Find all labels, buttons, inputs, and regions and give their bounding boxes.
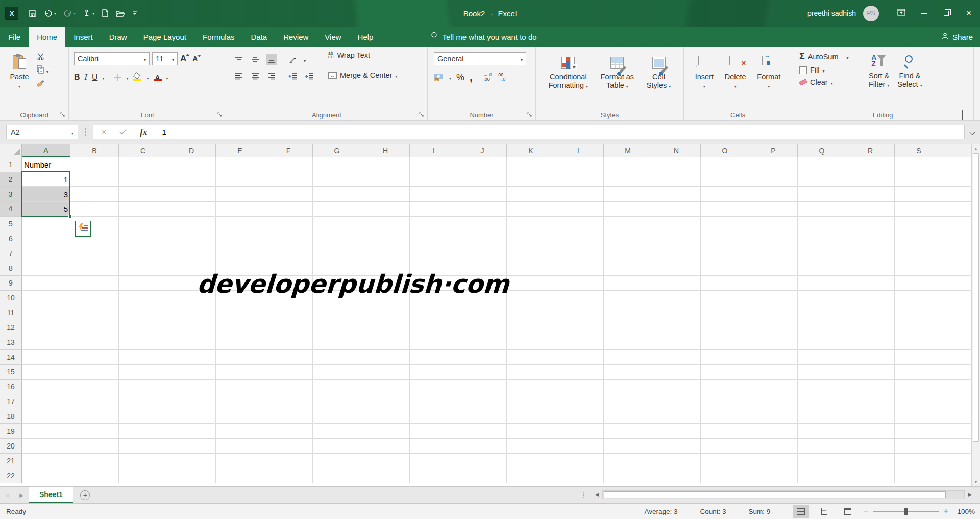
cell-F13[interactable] [264, 335, 313, 350]
cell-E19[interactable] [216, 424, 264, 439]
cell-C20[interactable] [119, 439, 167, 454]
cell-F3[interactable] [264, 187, 313, 202]
cell-S19[interactable] [895, 424, 943, 439]
cell-B15[interactable] [70, 365, 119, 380]
cell-S21[interactable] [895, 454, 943, 468]
collapse-ribbon-button[interactable] [962, 111, 969, 118]
cell-H15[interactable] [361, 365, 410, 380]
cell-P21[interactable] [749, 454, 798, 468]
cell-C8[interactable] [119, 261, 167, 276]
cell-J19[interactable] [458, 424, 507, 439]
worksheet-grid[interactable]: ABCDEFGHIJKLMNOPQRS 1Number2133455678910… [0, 144, 971, 486]
cell-N15[interactable] [652, 365, 701, 380]
cell-L4[interactable] [555, 202, 604, 217]
cell-M9[interactable] [604, 276, 652, 291]
cell-S14[interactable] [895, 350, 943, 365]
row-header-6[interactable]: 6 [0, 231, 22, 246]
cell-G21[interactable] [313, 454, 361, 468]
cell-D22[interactable] [167, 468, 216, 483]
cell-M16[interactable] [604, 380, 652, 394]
cell-N16[interactable] [652, 380, 701, 394]
cell-H1[interactable] [361, 157, 410, 172]
tab-home[interactable]: Home [29, 27, 65, 47]
cell-O1[interactable] [701, 157, 749, 172]
cell-P14[interactable] [749, 350, 798, 365]
cell-O7[interactable] [701, 246, 749, 261]
cell-A19[interactable] [22, 424, 70, 439]
cell-C21[interactable] [119, 454, 167, 468]
cell-Q21[interactable] [798, 454, 846, 468]
cell-B7[interactable] [70, 246, 119, 261]
cell-J5[interactable] [458, 217, 507, 231]
cell-P22[interactable] [749, 468, 798, 483]
formula-input[interactable]: 1 [156, 125, 965, 139]
cell-H12[interactable] [361, 320, 410, 335]
new-sheet-button[interactable]: + [74, 487, 97, 503]
cell-L2[interactable] [555, 172, 604, 187]
cell-J18[interactable] [458, 409, 507, 424]
cell-R5[interactable] [846, 217, 895, 231]
cell-E16[interactable] [216, 380, 264, 394]
cell-E4[interactable] [216, 202, 264, 217]
cell-G5[interactable] [313, 217, 361, 231]
cell-C10[interactable] [119, 291, 167, 305]
cell-I17[interactable] [410, 394, 458, 409]
cell-G16[interactable] [313, 380, 361, 394]
cell-N3[interactable] [652, 187, 701, 202]
decrease-indent-button[interactable] [287, 70, 299, 82]
cell-C2[interactable] [119, 172, 167, 187]
row-header-2[interactable]: 2 [0, 172, 22, 187]
cell-G12[interactable] [313, 320, 361, 335]
cell-L10[interactable] [555, 291, 604, 305]
cell-J12[interactable] [458, 320, 507, 335]
cell-J20[interactable] [458, 439, 507, 454]
cell-S10[interactable] [895, 291, 943, 305]
font-family-select[interactable]: Calibri [74, 52, 150, 65]
row-header-7[interactable]: 7 [0, 246, 22, 261]
cell-M18[interactable] [604, 409, 652, 424]
cell-P13[interactable] [749, 335, 798, 350]
cell-P9[interactable] [749, 276, 798, 291]
enter-check-icon[interactable] [119, 128, 127, 137]
cell-L7[interactable] [555, 246, 604, 261]
cell-R4[interactable] [846, 202, 895, 217]
cell-R11[interactable] [846, 305, 895, 320]
cell-E11[interactable] [216, 305, 264, 320]
cell-A21[interactable] [22, 454, 70, 468]
cell-C14[interactable] [119, 350, 167, 365]
cell-C13[interactable] [119, 335, 167, 350]
cell-M13[interactable] [604, 335, 652, 350]
cell-F2[interactable] [264, 172, 313, 187]
cell-J1[interactable] [458, 157, 507, 172]
font-size-select[interactable]: 11 [152, 52, 178, 65]
cell-B10[interactable] [70, 291, 119, 305]
cell-C4[interactable] [119, 202, 167, 217]
column-header-C[interactable]: C [119, 144, 167, 157]
cell-O22[interactable] [701, 468, 749, 483]
cell-K21[interactable] [507, 454, 555, 468]
cell-C19[interactable] [119, 424, 167, 439]
borders-dropdown-caret[interactable] [126, 73, 128, 82]
cell-D20[interactable] [167, 439, 216, 454]
cell-G2[interactable] [313, 172, 361, 187]
cell-J16[interactable] [458, 380, 507, 394]
cell-H17[interactable] [361, 394, 410, 409]
bold-button[interactable]: B [74, 73, 80, 82]
sheet-nav-left-icon[interactable]: ◀ [0, 487, 14, 503]
cell-N19[interactable] [652, 424, 701, 439]
cell-G18[interactable] [313, 409, 361, 424]
cell-F21[interactable] [264, 454, 313, 468]
cell-I11[interactable] [410, 305, 458, 320]
cell-M7[interactable] [604, 246, 652, 261]
cell-A20[interactable] [22, 439, 70, 454]
cell-Q2[interactable] [798, 172, 846, 187]
sheet-tab-sheet1[interactable]: Sheet1 [29, 487, 74, 503]
cell-E2[interactable] [216, 172, 264, 187]
increase-decimal-button[interactable]: ←.0.00 [483, 73, 492, 82]
cell-J11[interactable] [458, 305, 507, 320]
cell-N1[interactable] [652, 157, 701, 172]
cell-R8[interactable] [846, 261, 895, 276]
expand-formula-bar-button[interactable] [965, 130, 980, 134]
cell-G13[interactable] [313, 335, 361, 350]
cell-M21[interactable] [604, 454, 652, 468]
